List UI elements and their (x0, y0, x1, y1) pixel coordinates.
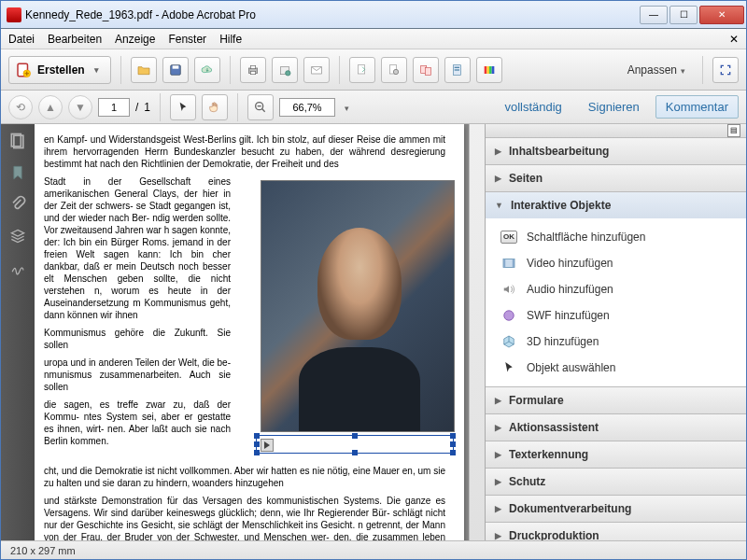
layers-icon[interactable] (8, 227, 27, 245)
panel-print-production[interactable]: ▶Druckproduktion (486, 523, 746, 540)
svg-point-28 (504, 311, 514, 321)
multimedia-button[interactable] (476, 57, 502, 83)
paragraph: en Kampf- und Widerstandsgeist West-Berl… (44, 133, 445, 170)
form-button[interactable] (444, 57, 471, 83)
svg-rect-16 (454, 66, 458, 67)
tools-pane: ▤ ▶Inhaltsbearbeitung ▶Seiten ▼Interakti… (485, 124, 746, 540)
audio-icon (500, 281, 517, 298)
selected-object[interactable] (256, 435, 454, 454)
svg-rect-3 (172, 65, 178, 68)
svg-rect-6 (250, 71, 255, 74)
create-button[interactable]: Erstellen (8, 56, 111, 84)
play-icon[interactable] (261, 439, 274, 452)
svg-point-12 (393, 69, 398, 74)
svg-rect-20 (489, 66, 492, 74)
share-button[interactable] (272, 57, 298, 83)
maximize-button[interactable]: ☐ (669, 6, 698, 24)
attachments-icon[interactable] (8, 195, 27, 214)
paragraph: uropa und in anderen Teilen der Welt, di… (44, 357, 231, 393)
combine-button[interactable] (413, 57, 439, 83)
main-toolbar: Erstellen Anpassen (1, 49, 746, 91)
edit-pdf-button[interactable] (381, 57, 407, 83)
menu-help[interactable]: Hilfe (219, 33, 242, 46)
window-title: Kennedy_Rede_1963.pdf - Adobe Acrobat Pr… (25, 8, 640, 21)
zoom-out-button[interactable] (247, 94, 274, 120)
select-tool-button[interactable] (170, 94, 196, 120)
prev-view-button[interactable]: ⟲ (8, 95, 33, 119)
swf-icon (500, 307, 517, 324)
panel-forms[interactable]: ▶Formulare (486, 387, 746, 413)
full-link[interactable]: vollständig (494, 95, 571, 119)
page-up-button[interactable]: ▲ (38, 95, 63, 119)
open-button[interactable] (131, 57, 157, 83)
panel-ocr[interactable]: ▶Texterkennung (486, 441, 746, 468)
page-input[interactable] (98, 98, 130, 117)
hand-tool-button[interactable] (202, 94, 228, 120)
zoom-input[interactable] (279, 98, 335, 117)
panel-pages[interactable]: ▶Seiten (486, 165, 746, 191)
doc-close-icon[interactable]: ✕ (729, 33, 739, 46)
fit-dropdown[interactable]: Anpassen (627, 63, 685, 77)
page-dimensions: 210 x 297 mm (10, 545, 76, 556)
add-audio-item[interactable]: Audio hinzufügen (486, 276, 746, 302)
add-swf-item[interactable]: SWF hinzufügen (486, 302, 746, 329)
svg-rect-17 (454, 69, 458, 70)
minimize-button[interactable]: — (640, 6, 668, 24)
paragraph: Stadt in der Gesellschaft eines amerikan… (44, 175, 231, 321)
svg-rect-10 (358, 64, 364, 73)
export-button[interactable] (349, 57, 375, 83)
panel-interactive-objects[interactable]: ▼Interaktive Objekte (486, 192, 746, 218)
comment-link[interactable]: Kommentar (655, 95, 739, 119)
video-icon (500, 255, 517, 272)
pdf-page: en Kampf- und Widerstandsgeist West-Berl… (35, 124, 464, 540)
fullscreen-button[interactable] (712, 57, 739, 83)
panel-doc-processing[interactable]: ▶Dokumentverarbeitung (486, 496, 746, 522)
page-sep: / (135, 101, 138, 114)
pane-options-icon[interactable]: ▤ (727, 124, 740, 137)
svg-rect-5 (250, 65, 255, 68)
menu-edit[interactable]: Bearbeiten (48, 33, 102, 46)
app-icon (7, 7, 21, 22)
svg-rect-14 (425, 67, 430, 75)
cloud-button[interactable] (194, 57, 220, 83)
svg-rect-18 (484, 66, 486, 74)
embedded-image (261, 180, 455, 432)
email-button[interactable] (303, 57, 330, 83)
page-down-button[interactable]: ▼ (68, 95, 92, 119)
add-video-item[interactable]: Video hinzufügen (486, 250, 746, 276)
titlebar: Kennedy_Rede_1963.pdf - Adobe Acrobat Pr… (1, 1, 746, 29)
paragraph: die sagen, es treffe zwar zu, daß der Ko… (44, 399, 231, 447)
panel-content-editing[interactable]: ▶Inhaltsbearbeitung (486, 138, 746, 164)
vertical-scrollbar[interactable] (469, 124, 485, 540)
page-total: 1 (144, 101, 150, 114)
paragraph: und stärkste Demonstration für das Versa… (44, 495, 445, 540)
zoom-dropdown[interactable] (341, 101, 349, 114)
print-button[interactable] (240, 57, 266, 83)
save-button[interactable] (162, 57, 189, 83)
svg-point-8 (285, 70, 289, 75)
select-object-item[interactable]: Objekt auswählen (486, 355, 746, 381)
paragraph: Kommunismus gehöre die Zukunft. Sie soll… (44, 327, 231, 351)
panel-action-wizard[interactable]: ▶Aktionsassistent (486, 414, 746, 441)
sign-link[interactable]: Signieren (578, 95, 650, 119)
close-button[interactable]: ✕ (699, 6, 744, 24)
menubar: Datei Bearbeiten Anzeige Fenster Hilfe ✕ (1, 29, 746, 49)
menu-view[interactable]: Anzeige (115, 33, 155, 46)
bookmarks-icon[interactable] (8, 163, 27, 182)
paragraph: cht, und die Demokratie ist nicht vollko… (44, 465, 445, 489)
create-label: Erstellen (37, 63, 85, 77)
thumbnails-icon[interactable] (8, 132, 27, 150)
nav-pane (1, 124, 35, 540)
add-3d-item[interactable]: 3D hinzufügen (486, 329, 746, 355)
menu-window[interactable]: Fenster (168, 33, 206, 46)
statusbar: 210 x 297 mm (1, 540, 746, 559)
svg-rect-19 (486, 66, 489, 74)
nav-toolbar: ⟲ ▲ ▼ / 1 vollständig Signieren Kommenta… (1, 91, 746, 124)
add-button-item[interactable]: OKSchaltfläche hinzufügen (486, 224, 746, 250)
cube-icon (500, 333, 517, 350)
menu-file[interactable]: Datei (8, 33, 35, 46)
signatures-icon[interactable] (8, 259, 27, 277)
panel-protection[interactable]: ▶Schutz (486, 469, 746, 495)
document-area[interactable]: en Kampf- und Widerstandsgeist West-Berl… (35, 124, 485, 540)
svg-rect-27 (513, 259, 514, 268)
